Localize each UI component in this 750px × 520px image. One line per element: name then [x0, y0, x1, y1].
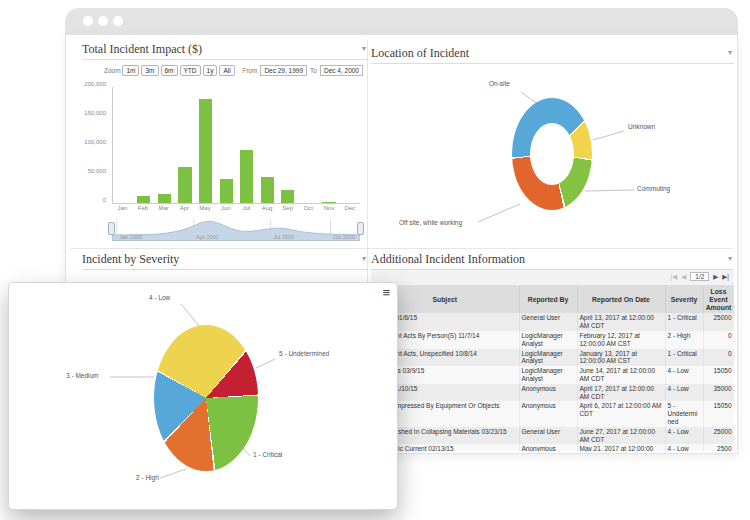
bar-may[interactable] [199, 99, 212, 203]
cell-severity: 4 - Low [665, 366, 703, 384]
bar-slot [113, 87, 134, 203]
bar-apr[interactable] [178, 167, 191, 203]
last-page-icon[interactable]: ▶| [722, 273, 729, 281]
table-row[interactable]: ection 01/10/15AnonymousApril 17, 2017 a… [371, 384, 734, 402]
table-row[interactable]: ccident 01/6/15General UserApril 13, 201… [371, 313, 734, 331]
zoom-3m-button[interactable]: 3m [141, 65, 158, 76]
bar-jun[interactable] [220, 179, 233, 203]
y-axis: 200,000150,000100,00050,0000 [82, 84, 109, 200]
previous-page-icon[interactable]: ◀ [681, 273, 686, 281]
navigator-label: Jan 2000 [119, 234, 142, 240]
bar-sep[interactable] [281, 190, 294, 203]
bar-mar[interactable] [158, 194, 171, 203]
bar-slot [257, 87, 278, 203]
y-axis-tick: 0 [79, 197, 106, 203]
panel-title: Location of Incident [371, 46, 469, 60]
bar-slot [339, 87, 360, 203]
chevron-down-icon[interactable]: ▾ [362, 44, 366, 53]
table-toolbar: |◀◀1/2▶▶| [371, 270, 734, 286]
x-axis-label: Jul [236, 205, 257, 211]
table-row[interactable]: nd Violent Acts, Unspecified 10/8/14Logi… [371, 349, 734, 367]
x-axis-label: Jun [215, 205, 236, 211]
bar-slot [236, 87, 257, 203]
column-header-reported-on-date[interactable]: Reported On Date [577, 286, 665, 313]
to-date-input[interactable]: Dec 4, 2000 [320, 65, 363, 76]
table-row[interactable]: ith Electric Current 02/13/15AnonymousMa… [371, 444, 734, 451]
navigator-right-handle[interactable] [357, 222, 364, 235]
menu-icon[interactable]: ≡ [382, 285, 390, 300]
x-axis-label: Nov [319, 205, 340, 211]
x-axis-label: Dec [339, 205, 360, 211]
window-control-dot[interactable] [113, 16, 123, 26]
table-row[interactable]: n Or Crushed In Collapsing Materials 03/… [371, 427, 734, 445]
dashboard-screenshot: Total Incident Impact ($) ▾ Zoom 1m3m6mY… [0, 0, 750, 520]
cell-reported-by: Anonymous [519, 444, 577, 451]
cell-reported-by: LogicManager Analyst [519, 349, 577, 367]
zoom-1y-button[interactable]: 1y [203, 65, 218, 76]
x-axis-label: Oct [298, 205, 319, 211]
navigator-label: Apr 2000 [196, 234, 218, 240]
column-header-severity[interactable]: Severity [665, 286, 703, 313]
bar-slot [175, 87, 196, 203]
slice-label-low: 4 - Low [149, 294, 170, 301]
zoom-ytd-button[interactable]: YTD [180, 65, 201, 76]
navigator-label: Oct 2000 [333, 234, 355, 240]
table-row[interactable]: n Or Compressed By Equipment Or Objects … [371, 401, 734, 426]
next-page-icon[interactable]: ▶ [713, 273, 718, 281]
cell-loss-event-amount: 0 [703, 331, 734, 349]
bar-aug[interactable] [261, 177, 274, 203]
navigator-area-chart[interactable] [112, 217, 360, 241]
cell-severity: 4 - Low [665, 444, 703, 451]
chevron-down-icon[interactable]: ▾ [362, 254, 366, 263]
panel-title: Additional Incident Information [371, 252, 525, 266]
zoom-all-button[interactable]: All [219, 65, 234, 76]
range-navigator[interactable]: Jan 2000Apr 2000Jul 2000Oct 2000 [112, 217, 360, 241]
zoom-1m-button[interactable]: 1m [122, 65, 139, 76]
zoom-6m-button[interactable]: 6m [161, 65, 178, 76]
donut-chart: On-site Unknown Commuting Off site, whil… [371, 63, 734, 245]
y-axis-tick: 150,000 [79, 110, 106, 116]
cell-reported-by: General User [519, 427, 577, 445]
x-axis-label: Jan [112, 205, 133, 211]
cell-reported-by: General User [519, 313, 577, 331]
table-row[interactable]: nd Violent Acts By Person(S) 11/7/14Logi… [371, 331, 734, 349]
cell-loss-event-amount: 0 [703, 349, 734, 367]
x-axis-label: Aug [257, 205, 278, 211]
bar-slot [319, 87, 340, 203]
window-control-dot[interactable] [98, 16, 108, 26]
cell-reported-on-date: June 14, 2017 at 12:00:00 AM CDT [577, 366, 665, 384]
cell-severity: 4 - Low [665, 427, 703, 445]
chevron-down-icon[interactable]: ▾ [728, 48, 732, 57]
cell-reported-on-date: June 27, 2017 at 12:00:00 AM CDT [577, 427, 665, 445]
panel-header: Additional Incident Information ▾ [371, 251, 734, 270]
cell-loss-event-amount: 2500 [703, 444, 734, 451]
x-axis-label: Apr [174, 205, 195, 211]
from-label: From [242, 67, 257, 74]
cell-reported-on-date: April 13, 2017 at 12:00:00 AM CDT [577, 313, 665, 331]
bar-feb[interactable] [137, 196, 150, 203]
severity-pie-chart[interactable] [154, 325, 258, 471]
cell-loss-event-amount: 25000 [703, 313, 734, 331]
x-axis-label: Feb [133, 205, 154, 211]
cell-severity: 1 - Critical [665, 313, 703, 331]
date-range: FromDec 29, 1999ToDec 4, 2000 [242, 65, 366, 76]
table-row[interactable]: y Animals 03/9/15LogicManager AnalystJun… [371, 366, 734, 384]
first-page-icon[interactable]: |◀ [671, 273, 678, 281]
cell-loss-event-amount: 15050 [703, 401, 734, 426]
x-axis-label: May [195, 205, 216, 211]
slice-label-off-site: Off site, while working [399, 219, 462, 226]
cell-loss-event-amount: 35000 [703, 384, 734, 402]
from-date-input[interactable]: Dec 29, 1999 [260, 65, 307, 76]
chevron-down-icon[interactable]: ▾ [728, 254, 732, 263]
severity-pie-popout: ≡ 4 - Low 5 - Undetermined 1 - Critical … [8, 282, 398, 510]
bar-nov[interactable] [322, 202, 335, 203]
column-header-loss-event-amount[interactable]: Loss Event Amount [703, 286, 734, 313]
pagination: |◀◀1/2▶▶| [669, 272, 731, 281]
column-header-reported-by[interactable]: Reported By [519, 286, 577, 313]
y-axis-tick: 100,000 [79, 139, 106, 145]
bar-jul[interactable] [240, 150, 253, 203]
page-indicator: 1/2 [690, 272, 709, 281]
window-control-dot[interactable] [83, 16, 93, 26]
bar-slot [154, 87, 175, 203]
navigator-left-handle[interactable] [108, 222, 115, 235]
